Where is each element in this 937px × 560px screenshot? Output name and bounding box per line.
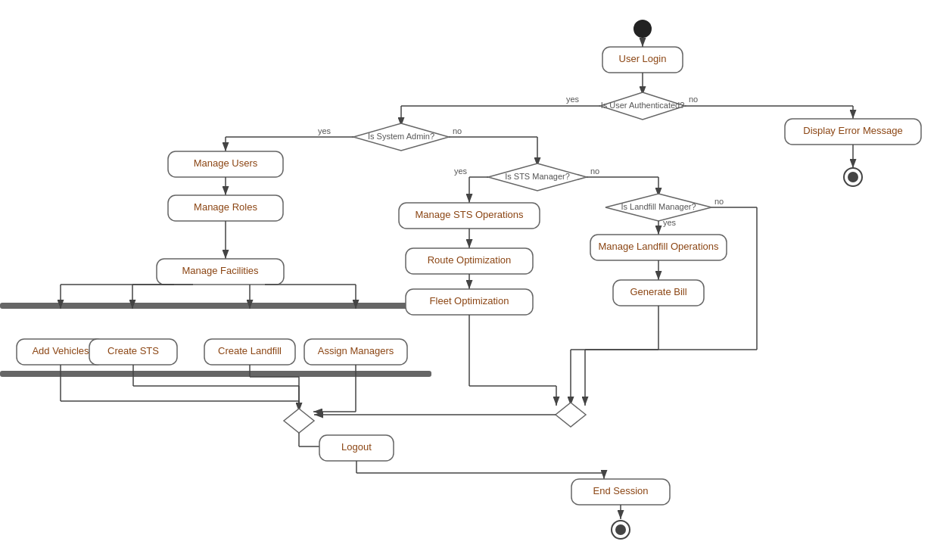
sts-yes-label: yes: [454, 166, 468, 176]
logout-label: Logout: [341, 441, 372, 453]
is-sts-manager-label: Is STS Manager?: [505, 172, 570, 181]
create-landfill-label: Create Landfill: [218, 345, 282, 356]
generate-bill-label: Generate Bill: [630, 286, 686, 297]
create-sts-label: Create STS: [107, 345, 159, 356]
swimlane-top: [0, 303, 431, 309]
landfill-yes-label: yes: [663, 218, 677, 227]
display-error-label: Display Error Message: [803, 125, 903, 136]
merge-diamond-2: [556, 403, 586, 427]
manage-landfill-ops-label: Manage Landfill Operations: [599, 241, 719, 252]
end-node-error-inner: [848, 172, 858, 182]
landfill-no-label: no: [714, 197, 724, 206]
auth-yes-label: yes: [566, 95, 580, 104]
user-login-label: User Login: [619, 53, 667, 64]
sts-no-label: no: [590, 166, 599, 176]
end-session-label: End Session: [593, 485, 649, 496]
manage-facilities-label: Manage Facilities: [182, 265, 259, 276]
manage-sts-ops-label: Manage STS Operations: [415, 209, 524, 220]
admin-no-label: no: [453, 126, 462, 135]
start-node: [633, 20, 652, 38]
admin-yes-label: yes: [318, 126, 332, 135]
manage-roles-label: Manage Roles: [194, 201, 257, 213]
is-landfill-manager-label: Is Landfill Manager?: [621, 202, 696, 211]
is-system-admin-label: Is System Admin?: [368, 132, 434, 141]
add-vehicles-label: Add Vehicles: [32, 345, 89, 356]
is-authenticated-label: Is User Authenticated?: [601, 101, 685, 110]
merge-diamond-1: [284, 409, 314, 433]
swimlane-bottom: [0, 371, 431, 377]
fleet-optimization-label: Fleet Optimization: [430, 295, 509, 306]
end-node-final-inner: [615, 524, 626, 535]
route-optimization-label: Route Optimization: [428, 254, 512, 266]
assign-managers-label: Assign Managers: [318, 345, 394, 356]
auth-no-label: no: [689, 95, 698, 104]
manage-users-label: Manage Users: [194, 157, 258, 169]
